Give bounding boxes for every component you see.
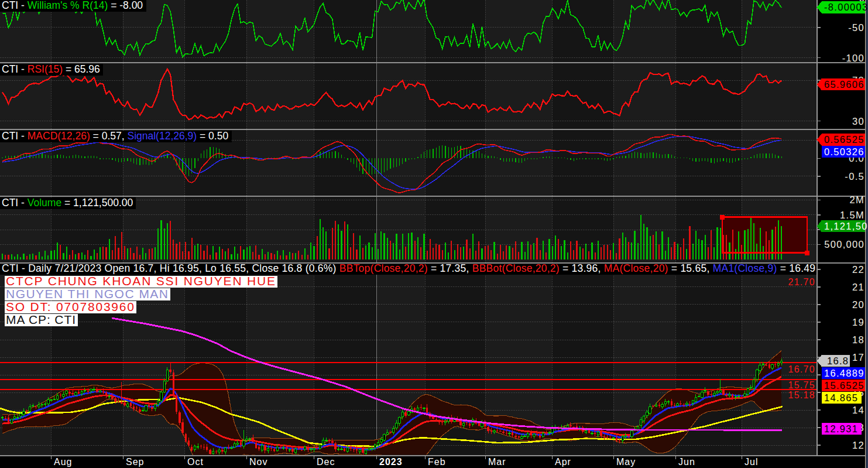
svg-text:30: 30: [852, 116, 864, 127]
svg-text:May: May: [616, 457, 636, 467]
svg-text:12.931: 12.931: [824, 423, 858, 434]
svg-text:CTI - Daily 7/21/2023 Open 16.: CTI - Daily 7/21/2023 Open 16.7, Hi 16.9…: [2, 262, 815, 274]
svg-text:500,000: 500,000: [824, 239, 864, 250]
svg-text:Feb: Feb: [428, 457, 446, 467]
svg-text:14.865: 14.865: [824, 392, 858, 403]
svg-text:0.56525: 0.56525: [824, 134, 864, 145]
svg-text:14: 14: [852, 405, 864, 415]
svg-text:15.6525: 15.6525: [824, 380, 864, 391]
svg-text:Jul: Jul: [745, 457, 758, 467]
svg-text:NGUYEN THI NGOC MAN: NGUYEN THI NGOC MAN: [6, 287, 168, 300]
svg-text:17: 17: [852, 352, 864, 363]
svg-text:65.9606: 65.9606: [824, 79, 864, 90]
svg-text:Jun: Jun: [678, 457, 695, 467]
svg-text:0.50326: 0.50326: [824, 146, 864, 157]
svg-text:16.70: 16.70: [788, 364, 815, 374]
svg-text:16.8: 16.8: [827, 356, 849, 366]
svg-text:-8.00003: -8.00003: [824, 2, 868, 12]
svg-text:Dec: Dec: [317, 457, 335, 467]
svg-text:1,121,500: 1,121,500: [824, 221, 868, 231]
svg-text:22: 22: [852, 264, 864, 275]
svg-text:21.70: 21.70: [788, 277, 815, 287]
svg-text:CTI - Volume = 1,121,500.00: CTI - Volume = 1,121,500.00: [2, 197, 133, 209]
svg-text:Sep: Sep: [126, 457, 144, 467]
svg-text:Aug: Aug: [54, 457, 72, 467]
svg-text:16.4889: 16.4889: [824, 368, 864, 378]
svg-text:15.75: 15.75: [788, 380, 815, 390]
svg-text:15.18: 15.18: [788, 390, 815, 400]
svg-text:-100: -100: [842, 53, 864, 63]
svg-text:12: 12: [852, 440, 864, 450]
svg-text:CTI - RSI(15) = 65.96: CTI - RSI(15) = 65.96: [2, 63, 100, 75]
svg-text:20: 20: [852, 299, 864, 310]
svg-text:CTCP CHUNG KHOAN SSI NGUYEN HU: CTCP CHUNG KHOAN SSI NGUYEN HUE: [6, 274, 275, 288]
svg-text:CTI - MACD(12,26) = 0.57, Sign: CTI - MACD(12,26) = 0.57, Signal(12,26,9…: [2, 130, 228, 142]
svg-text:Apr: Apr: [555, 457, 571, 467]
svg-text:MA CP: CTI: MA CP: CTI: [6, 313, 76, 326]
svg-text:21: 21: [852, 282, 864, 292]
svg-text:1.5M: 1.5M: [840, 210, 864, 220]
svg-text:-0.5: -0.5: [845, 171, 864, 182]
svg-text:Nov: Nov: [249, 457, 267, 467]
svg-text:CTI - William's % R(14) = -8.0: CTI - William's % R(14) = -8.00: [2, 0, 143, 11]
svg-text:2M: 2M: [849, 194, 864, 205]
svg-text:19: 19: [852, 317, 864, 327]
svg-text:Oct: Oct: [187, 457, 204, 467]
svg-text:Mar: Mar: [488, 457, 506, 467]
svg-text:-50: -50: [848, 22, 864, 33]
svg-text:18: 18: [852, 334, 864, 345]
svg-text:2023: 2023: [379, 457, 403, 467]
